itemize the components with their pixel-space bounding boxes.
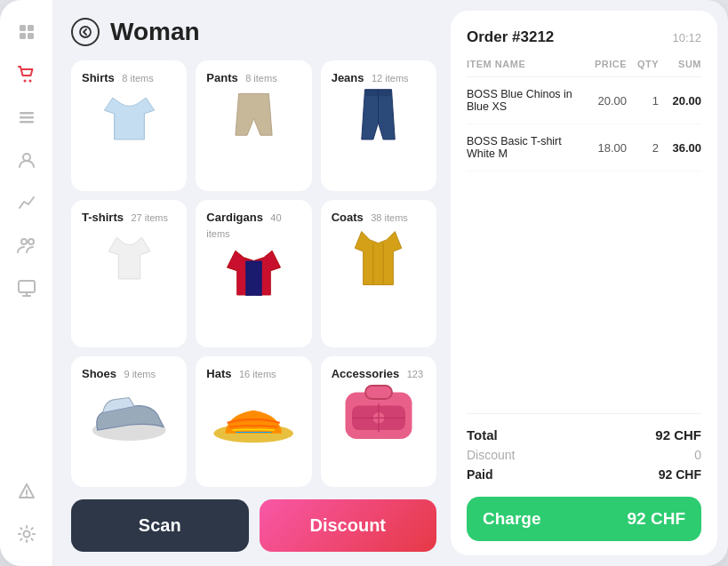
category-name-tshirts: T-shirts xyxy=(82,211,124,224)
category-image-coats xyxy=(332,225,426,291)
category-jeans[interactable]: Jeans 12 items xyxy=(321,60,436,191)
total-value: 92 CHF xyxy=(655,427,701,442)
svg-rect-12 xyxy=(19,281,35,292)
discount-value: 0 xyxy=(694,448,701,462)
paid-value: 92 CHF xyxy=(659,467,701,482)
discount-label: Discount xyxy=(467,448,515,462)
svg-rect-3 xyxy=(28,33,34,39)
category-image-hats xyxy=(206,381,300,448)
category-shirts[interactable]: Shirts 8 items xyxy=(71,60,187,191)
category-image-cardigans xyxy=(206,241,300,307)
svg-point-11 xyxy=(28,239,34,244)
svg-point-18 xyxy=(80,27,91,37)
category-name-cardigans: Cardigans xyxy=(206,211,263,224)
category-name-shirts: Shirts xyxy=(82,71,115,84)
item-sum-1: 36.00 xyxy=(659,141,701,155)
col-item: ITEM NAME xyxy=(467,59,584,69)
category-accessories[interactable]: Accessories 123 xyxy=(321,356,436,487)
team-icon[interactable] xyxy=(9,227,44,263)
discount-button[interactable]: Discount xyxy=(260,499,437,552)
category-image-pants xyxy=(206,85,300,152)
category-grid: Shirts 8 items Pants 8 items xyxy=(71,60,436,487)
svg-rect-1 xyxy=(28,25,34,31)
alert-icon[interactable] xyxy=(9,474,44,509)
svg-point-10 xyxy=(21,239,27,244)
category-name-shoes: Shoes xyxy=(82,367,116,380)
settings-icon[interactable] xyxy=(9,516,44,552)
order-item-1[interactable]: BOSS Basic T-shirt White M 18.00 2 36.00 xyxy=(467,124,701,171)
user-icon[interactable] xyxy=(9,142,44,178)
category-name-hats: Hats xyxy=(206,367,231,380)
category-shoes[interactable]: Shoes 9 items xyxy=(71,356,187,487)
category-pants[interactable]: Pants 8 items xyxy=(196,60,311,191)
category-image-jeans xyxy=(332,85,426,152)
category-count-jeans: 12 items xyxy=(372,73,409,84)
category-count-pants: 8 items xyxy=(245,73,276,84)
item-sum-0: 20.00 xyxy=(659,94,701,108)
item-name-0: BOSS Blue Chinos in Blue XS xyxy=(467,88,584,113)
category-image-accessories xyxy=(332,381,426,448)
category-image-shoes xyxy=(82,381,176,448)
item-price-0: 20.00 xyxy=(584,94,627,108)
order-panel: Order #3212 10:12 ITEM NAME PRICE QTY SU… xyxy=(451,11,717,555)
svg-point-5 xyxy=(28,80,31,83)
category-count-tshirts: 27 items xyxy=(131,212,168,223)
order-totals: Total 92 CHF Discount 0 Paid 92 CHF xyxy=(467,413,701,484)
item-qty-1: 2 xyxy=(627,141,659,155)
category-name-jeans: Jeans xyxy=(332,71,364,84)
charge-label: Charge xyxy=(483,509,540,529)
order-table-header: ITEM NAME PRICE QTY SUM xyxy=(467,59,701,77)
col-qty: QTY xyxy=(627,59,659,69)
item-qty-0: 1 xyxy=(627,94,659,108)
order-number: Order #3212 xyxy=(467,28,554,46)
total-row-paid: Paid 92 CHF xyxy=(467,465,701,484)
category-cardigans[interactable]: Cardigans 40 items xyxy=(196,200,311,347)
order-header: Order #3212 10:12 xyxy=(467,28,701,46)
category-count-shoes: 9 items xyxy=(124,369,155,379)
main-content: Woman Shirts 8 items xyxy=(53,0,451,566)
item-name-1: BOSS Basic T-shirt White M xyxy=(467,135,584,160)
total-label: Total xyxy=(467,427,498,442)
charge-button[interactable]: Charge 92 CHF xyxy=(467,497,701,541)
svg-rect-8 xyxy=(20,121,34,124)
order-time: 10:12 xyxy=(672,31,701,44)
grid-icon[interactable] xyxy=(9,14,44,50)
page-header: Woman xyxy=(71,18,436,46)
svg-rect-22 xyxy=(365,90,392,97)
cart-icon[interactable] xyxy=(9,57,44,92)
col-sum: SUM xyxy=(659,59,701,69)
sidebar xyxy=(0,0,53,566)
svg-point-4 xyxy=(23,80,26,83)
action-buttons: Scan Discount xyxy=(71,499,436,552)
total-row-total: Total 92 CHF xyxy=(467,425,701,445)
svg-rect-2 xyxy=(20,33,26,39)
svg-rect-6 xyxy=(20,112,34,115)
category-image-shirts xyxy=(82,85,176,152)
charge-amount: 92 CHF xyxy=(628,509,685,529)
category-count-coats: 38 items xyxy=(371,212,408,223)
page-title: Woman xyxy=(110,18,200,46)
category-name-coats: Coats xyxy=(332,211,364,224)
total-row-discount: Discount 0 xyxy=(467,445,701,465)
paid-label: Paid xyxy=(467,467,493,482)
chart-icon[interactable] xyxy=(9,185,44,220)
svg-rect-7 xyxy=(20,116,34,119)
svg-rect-29 xyxy=(365,386,392,399)
monitor-icon[interactable] xyxy=(9,270,44,306)
svg-point-17 xyxy=(23,531,29,538)
list-icon[interactable] xyxy=(9,100,44,135)
category-coats[interactable]: Coats 38 items xyxy=(321,200,436,347)
svg-point-16 xyxy=(26,496,28,498)
back-button[interactable] xyxy=(71,18,100,46)
col-price: PRICE xyxy=(584,59,627,69)
category-count-shirts: 8 items xyxy=(122,73,153,84)
category-tshirts[interactable]: T-shirts 27 items xyxy=(71,200,187,347)
order-item-0[interactable]: BOSS Blue Chinos in Blue XS 20.00 1 20.0… xyxy=(467,77,701,124)
category-hats[interactable]: Hats 16 items xyxy=(196,356,311,487)
category-image-tshirts xyxy=(82,225,176,291)
svg-rect-23 xyxy=(245,261,262,296)
scan-button[interactable]: Scan xyxy=(71,499,249,552)
item-price-1: 18.00 xyxy=(584,141,627,155)
category-name-pants: Pants xyxy=(206,71,237,84)
svg-rect-24 xyxy=(237,271,245,295)
